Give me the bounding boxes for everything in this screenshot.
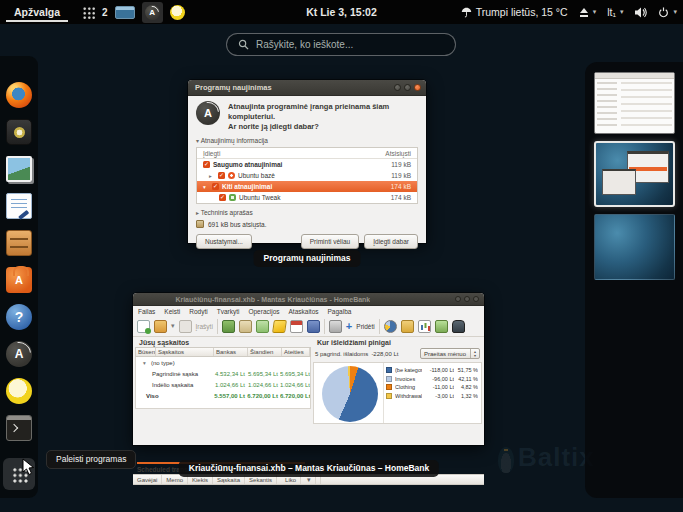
update-row-security[interactable]: ✓ Saugumo atnaujinimai 119 kB (197, 159, 417, 170)
minimize-button[interactable] (455, 296, 461, 302)
software-center-icon[interactable]: A (6, 267, 32, 293)
ubuntu-package-icon (228, 172, 235, 179)
maximize-button[interactable] (404, 84, 411, 91)
payees-icon[interactable] (239, 320, 252, 333)
technical-description-expander[interactable]: ▸ Techninis aprašas (196, 209, 418, 216)
activities-button[interactable]: Apžvalga (6, 3, 68, 22)
scheduled-icon[interactable] (290, 320, 303, 333)
account-ledger-icon[interactable] (222, 320, 235, 333)
close-button[interactable] (473, 296, 479, 302)
clock[interactable]: Kt Lie 3, 15:02 (306, 6, 377, 18)
software-updater-dock-icon[interactable]: A (6, 341, 32, 367)
camera-app-icon[interactable] (6, 119, 32, 145)
keyboard-layout-indicator[interactable]: lt₁ ▾ (607, 6, 623, 18)
budget-report-icon[interactable] (418, 320, 431, 333)
remind-later-button[interactable]: Priminti vėliau (301, 234, 359, 249)
spinner-arrows-icon[interactable]: ▴▾ (470, 349, 479, 358)
column-future[interactable]: Ateities (282, 348, 310, 356)
update-row-other-selected[interactable]: ▾ ✓ Kiti atnaujinimai 174 kB (197, 181, 417, 192)
homebank-dock-icon[interactable] (6, 378, 32, 404)
photos-icon[interactable] (6, 156, 32, 182)
open-file-icon[interactable] (154, 320, 167, 333)
firefox-icon[interactable] (6, 82, 32, 108)
menu-edit[interactable]: Keisti (164, 308, 180, 315)
homebank-taskbar-button[interactable] (170, 5, 185, 20)
total-future-amount: 6.720,00 Lt (280, 393, 310, 399)
checkbox-checked-icon[interactable]: ✓ (218, 172, 225, 179)
print-icon[interactable] (329, 320, 342, 333)
trend-report-icon[interactable] (401, 320, 414, 333)
gnome-overview-screen: Baltix Apžvalga 2 A Kt Lie 3, 15:02 Trum… (0, 0, 683, 512)
categories-icon[interactable] (256, 320, 269, 333)
minimize-button[interactable] (394, 84, 401, 91)
homebank-menubar: Failas Keisti Rodyti Tvarkyti Operacijos… (133, 306, 484, 316)
balance-report-icon[interactable] (435, 320, 448, 333)
expander-arrow-icon[interactable]: ▾ (143, 360, 149, 366)
assignments-icon[interactable] (272, 320, 287, 333)
close-button[interactable] (414, 84, 421, 91)
spending-pie (322, 366, 378, 422)
expander-arrow-icon[interactable]: ▸ (209, 173, 215, 179)
update-row-ubuntu-tweak[interactable]: ✓ Ubuntu Tweak 174 kB (197, 192, 417, 203)
legend-label: Invoices (395, 376, 422, 382)
volume-indicator[interactable] (634, 7, 647, 18)
workspace-thumbnail-3[interactable] (594, 214, 675, 280)
weather-indicator[interactable]: Trumpi lietūs, 15 °C (461, 6, 568, 18)
checkbox-checked-icon[interactable]: ✓ (212, 183, 219, 190)
menu-view[interactable]: Rodyti (189, 308, 207, 315)
column-status[interactable]: Būsena (136, 348, 156, 356)
settings-button[interactable]: Nustatymai... (196, 234, 252, 249)
app-grid-icon[interactable] (82, 6, 95, 19)
checkbox-checked-icon[interactable]: ✓ (219, 194, 226, 201)
menu-file[interactable]: Failas (138, 308, 155, 315)
homebank-window[interactable]: Kriaučiūnų-finansai.xhb - Mantas Kriauči… (133, 293, 484, 445)
add-plus-icon[interactable]: + (346, 321, 352, 332)
legend-percent: 51,75 % (456, 367, 478, 373)
expander-arrow-icon[interactable]: ▾ (203, 184, 209, 190)
homebank-titlebar[interactable]: Kriaučiūnų-finansai.xhb - Mantas Kriauči… (133, 293, 484, 306)
new-file-icon[interactable] (137, 320, 150, 333)
add-label: Pridėti (356, 323, 374, 330)
workspace-thumbnail-1[interactable] (594, 72, 675, 134)
search-bar[interactable]: Rašykite, ko ieškote... (226, 33, 456, 56)
vehicle-cost-icon[interactable] (452, 320, 465, 333)
software-updater-window[interactable]: Programų naujinimas A Atnaujinta program… (188, 80, 426, 243)
updates-info-expander[interactable]: ▾ Atnaujinimų informacija (196, 137, 418, 144)
software-updater-taskbar-button[interactable]: A (142, 2, 163, 23)
chevron-down-icon[interactable]: ▾ (171, 322, 175, 330)
column-bank[interactable]: Bankas (214, 348, 248, 356)
install-now-button[interactable]: Įdiegti dabar (364, 234, 418, 249)
file-cabinet-icon[interactable] (6, 230, 32, 256)
help-icon[interactable]: ? (6, 304, 32, 330)
writer-document-icon[interactable] (6, 193, 32, 219)
account-row[interactable]: Indėlio sąskaita 1.024,66 Lt 1.024,66 Lt… (136, 379, 310, 390)
update-row-size: 119 kB (391, 172, 411, 179)
menu-transactions[interactable]: Operacijos (248, 308, 279, 315)
removable-media-indicator[interactable]: ▾ (579, 8, 597, 17)
checkbox-checked-icon[interactable]: ✓ (203, 161, 210, 168)
account-name: Pagrindinė sąska (136, 371, 214, 377)
accounts-column-headers[interactable]: Būsena Sąskaitos Bankas Šiandien Ateitie… (135, 347, 311, 357)
download-size-icon (196, 220, 204, 228)
account-group-row[interactable]: ▾ (no type) (136, 357, 310, 368)
update-row-ubuntu-base[interactable]: ▸ ✓ Ubuntu bazė 119 kB (197, 170, 417, 181)
workspace-thumbnail-2-active[interactable] (594, 141, 675, 207)
power-menu[interactable]: ▾ (658, 7, 677, 18)
budget-book-icon[interactable] (307, 320, 320, 333)
menu-reports[interactable]: Ataskaitos (289, 308, 319, 315)
save-icon[interactable] (179, 320, 192, 333)
column-accounts[interactable]: Sąskaitos (156, 348, 214, 356)
weather-label: Trumpi lietūs, 15 °C (476, 6, 568, 18)
desktop-thumbnail-icon[interactable] (115, 6, 135, 19)
statistics-pie-icon[interactable] (384, 320, 397, 333)
maximize-button[interactable] (464, 296, 470, 302)
column-payees[interactable]: Gavėjai (133, 475, 162, 484)
account-row[interactable]: Pagrindinė sąska 4.532,34 Lt 5.695,34 Lt… (136, 368, 310, 379)
menu-help[interactable]: Pagalba (328, 308, 352, 315)
legend-percent: 4,82 % (456, 384, 478, 390)
menu-manage[interactable]: Tvarkyti (217, 308, 240, 315)
column-today[interactable]: Šiandien (248, 348, 282, 356)
terminal-icon[interactable] (6, 415, 32, 441)
updater-titlebar[interactable]: Programų naujinimas (188, 80, 426, 96)
period-select[interactable]: Praeitas mėnuo ▴▾ (420, 348, 480, 359)
